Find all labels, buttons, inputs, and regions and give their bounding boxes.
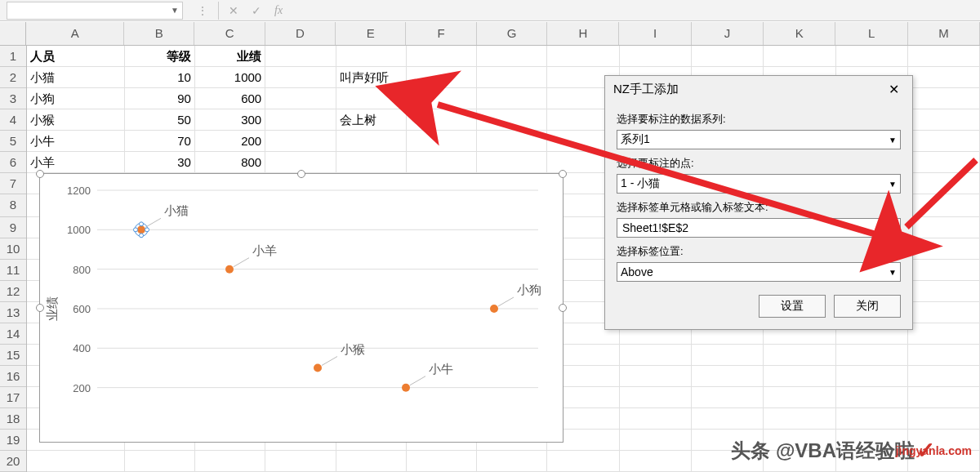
- row-header[interactable]: 10: [0, 238, 26, 260]
- chart-handle[interactable]: [297, 170, 305, 178]
- cell[interactable]: [336, 88, 407, 109]
- cell[interactable]: [836, 387, 908, 408]
- select-all-corner[interactable]: [0, 22, 26, 45]
- cell[interactable]: [908, 387, 980, 408]
- cell[interactable]: [908, 260, 980, 281]
- cell[interactable]: [836, 366, 908, 387]
- column-header[interactable]: J: [692, 22, 764, 45]
- cell[interactable]: [265, 109, 336, 131]
- column-header[interactable]: K: [764, 22, 835, 45]
- cell-d1[interactable]: [265, 46, 336, 67]
- cell[interactable]: [908, 323, 980, 345]
- cell[interactable]: [477, 109, 547, 131]
- row-header[interactable]: 18: [0, 408, 26, 430]
- row-header[interactable]: 1: [0, 46, 26, 67]
- close-icon[interactable]: ✕: [884, 82, 904, 97]
- cell[interactable]: [836, 408, 908, 430]
- cell[interactable]: [195, 451, 265, 472]
- row-header[interactable]: 15: [0, 345, 26, 366]
- cell[interactable]: [477, 131, 547, 152]
- fx-icon[interactable]: fx: [274, 4, 283, 17]
- column-header[interactable]: A: [26, 22, 124, 45]
- row-header[interactable]: 17: [0, 387, 26, 408]
- cell[interactable]: [908, 366, 980, 387]
- row-header[interactable]: 12: [0, 281, 26, 302]
- cell[interactable]: [908, 67, 980, 88]
- cell[interactable]: [336, 451, 407, 472]
- column-header[interactable]: C: [194, 22, 265, 45]
- cell[interactable]: 300: [195, 109, 265, 131]
- row-header[interactable]: 5: [0, 131, 26, 152]
- column-header[interactable]: F: [406, 22, 476, 45]
- cell[interactable]: [620, 451, 692, 472]
- cell[interactable]: [27, 451, 125, 472]
- chart-handle[interactable]: [36, 304, 44, 312]
- cell[interactable]: [407, 152, 477, 173]
- row-header[interactable]: 2: [0, 67, 26, 88]
- cell[interactable]: [908, 109, 980, 131]
- cell[interactable]: 10: [125, 67, 195, 88]
- column-header[interactable]: L: [835, 22, 907, 45]
- row-header[interactable]: 14: [0, 323, 26, 345]
- cell[interactable]: [265, 451, 336, 472]
- row-header[interactable]: 19: [0, 430, 26, 451]
- cell[interactable]: [477, 67, 547, 88]
- close-button[interactable]: 关闭: [834, 295, 901, 318]
- row-header[interactable]: 3: [0, 88, 26, 109]
- cell[interactable]: [336, 152, 407, 173]
- cell[interactable]: [477, 152, 547, 173]
- cell[interactable]: [407, 88, 477, 109]
- cell-c1[interactable]: 业绩: [195, 46, 265, 67]
- cell[interactable]: [908, 408, 980, 430]
- position-dropdown[interactable]: Above▼: [617, 262, 901, 282]
- cell[interactable]: [908, 238, 980, 260]
- row-header[interactable]: 11: [0, 260, 26, 281]
- cell-e1[interactable]: [336, 46, 407, 67]
- cell[interactable]: [908, 302, 980, 323]
- column-header[interactable]: I: [619, 22, 691, 45]
- series-dropdown[interactable]: 系列1▼: [617, 130, 901, 149]
- chart-handle[interactable]: [36, 170, 44, 178]
- cell[interactable]: 小狗: [27, 88, 125, 109]
- chart-handle[interactable]: [559, 304, 567, 312]
- cell[interactable]: [336, 131, 407, 152]
- refedit-icon[interactable]: _: [884, 218, 901, 238]
- dialog-titlebar[interactable]: NZ手工添加 ✕: [605, 76, 912, 102]
- cell[interactable]: [477, 88, 547, 109]
- cell[interactable]: [265, 67, 336, 88]
- cell[interactable]: [407, 67, 477, 88]
- chart-handle[interactable]: [559, 170, 567, 178]
- cell-b1[interactable]: 等级: [125, 46, 195, 67]
- point-dropdown[interactable]: 1 - 小猫▼: [617, 174, 901, 194]
- cell[interactable]: [908, 131, 980, 152]
- cell[interactable]: 会上树: [336, 109, 407, 131]
- cell[interactable]: 小牛: [27, 131, 125, 152]
- column-header[interactable]: G: [477, 22, 547, 45]
- cell[interactable]: [908, 217, 980, 238]
- row-header[interactable]: 8: [0, 194, 26, 217]
- cell[interactable]: [764, 408, 835, 430]
- label-text-input[interactable]: [617, 218, 883, 238]
- cell[interactable]: [477, 451, 547, 472]
- cell[interactable]: [908, 345, 980, 366]
- cell[interactable]: 50: [125, 109, 195, 131]
- cell[interactable]: 小猫: [27, 67, 125, 88]
- column-header[interactable]: E: [336, 22, 406, 45]
- column-header[interactable]: H: [547, 22, 619, 45]
- column-header[interactable]: M: [908, 22, 980, 45]
- row-header[interactable]: 13: [0, 302, 26, 323]
- cell[interactable]: 1000: [195, 67, 265, 88]
- cell[interactable]: [764, 366, 835, 387]
- enter-icon[interactable]: ✓: [252, 4, 261, 17]
- cell[interactable]: 30: [125, 152, 195, 173]
- cell[interactable]: [265, 131, 336, 152]
- cell[interactable]: 小猴: [27, 109, 125, 131]
- cell[interactable]: [407, 451, 477, 472]
- cell[interactable]: [620, 408, 692, 430]
- cell[interactable]: [620, 387, 692, 408]
- cell[interactable]: 600: [195, 88, 265, 109]
- cell[interactable]: [908, 281, 980, 302]
- dropdown-icon[interactable]: ▼: [171, 6, 179, 15]
- set-button[interactable]: 设置: [759, 295, 826, 318]
- cell[interactable]: [125, 451, 195, 472]
